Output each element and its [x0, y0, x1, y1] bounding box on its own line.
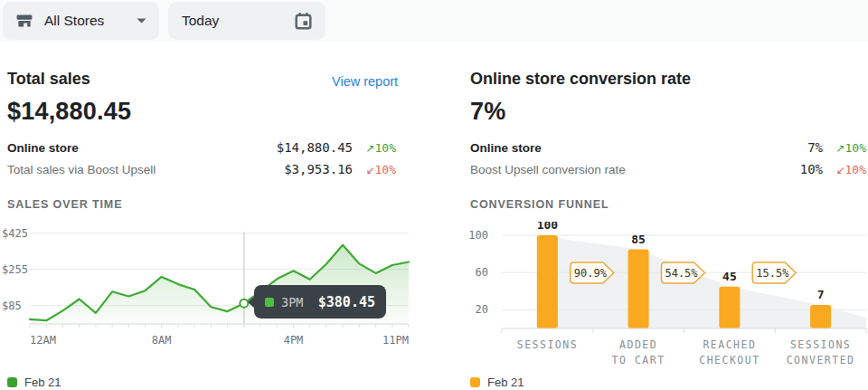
conversion-badge-value: 54.5% — [665, 267, 698, 280]
total-sales-value: $14,880.45 — [7, 98, 131, 126]
date-range-label: Today — [182, 13, 219, 29]
view-report-link[interactable]: View report — [332, 74, 398, 89]
funnel-category-label: CHECKOUT — [699, 354, 760, 366]
series-swatch-icon — [265, 298, 274, 307]
bar-value-label: 45 — [722, 270, 737, 283]
delta-percent: 10% — [845, 163, 866, 176]
funnel-bar[interactable] — [628, 250, 649, 329]
metric-value: 7% — [807, 140, 823, 155]
x-axis-label: 11PM — [382, 334, 409, 346]
metric-value: $14,880.45 — [277, 140, 353, 155]
bar-value-label: 85 — [631, 233, 646, 246]
store-selector-label: All Stores — [44, 13, 104, 29]
metric-value: $3,953.16 — [284, 162, 353, 176]
metric-delta: ↗10% — [353, 141, 396, 155]
hover-point — [240, 300, 248, 308]
top-filter-bar: All Stores Today — [0, 0, 868, 42]
metric-label: Total sales via Boost Upsell — [7, 163, 284, 176]
metric-row-online-store-sales: Online store $14,880.45 ↗10% — [7, 140, 396, 157]
metric-row-online-store-conversion: Online store 7% ↗10% — [470, 140, 866, 157]
funnel-legend: Feb 21 — [470, 376, 524, 389]
metric-row-boost-upsell-sales: Total sales via Boost Upsell $3,953.16 ↙… — [7, 162, 396, 178]
trend-up-icon: ↗ — [365, 142, 374, 155]
conversion-badge-value: 15.5% — [756, 267, 789, 280]
x-axis-label: 12AM — [30, 334, 56, 346]
tooltip-value: $380.45 — [318, 294, 375, 310]
metric-delta: ↙10% — [823, 163, 866, 176]
metric-delta: ↙10% — [353, 163, 396, 176]
conversion-rate-title: Online store conversion rate — [470, 70, 691, 89]
y-axis-label: $255 — [2, 263, 28, 276]
conversion-funnel-chart[interactable]: 10060201008545790.9%54.5%15.5%SESSIONSAD… — [463, 222, 868, 371]
y-axis-label: 60 — [476, 266, 488, 279]
conversion-funnel-heading: CONVERSION FUNNEL — [470, 198, 609, 211]
funnel-category-label: ADDED — [619, 338, 657, 351]
conversion-badge-value: 90.9% — [574, 267, 608, 280]
y-axis-label: $425 — [2, 227, 28, 240]
y-axis-label: $85 — [2, 300, 22, 312]
chart-tooltip: 3PM $380.45 — [254, 285, 386, 319]
funnel-bar[interactable] — [719, 287, 740, 328]
sales-over-time-heading: SALES OVER TIME — [7, 198, 122, 211]
metric-value: 10% — [800, 162, 823, 176]
legend-swatch-orange-icon — [470, 377, 480, 387]
delta-percent: 10% — [375, 163, 396, 176]
x-axis-label: 4PM — [284, 334, 304, 346]
metric-label: Online store — [7, 141, 277, 155]
x-axis-label: 8AM — [152, 334, 172, 346]
funnel-category-label: CONVERTED — [787, 354, 855, 366]
metric-label: Online store — [470, 141, 807, 155]
tooltip-time: 3PM — [281, 295, 303, 309]
metric-row-boost-upsell-conversion: Boost Upsell conversion rate 10% ↙10% — [470, 162, 866, 178]
delta-percent: 10% — [845, 141, 866, 155]
date-range-button[interactable]: Today — [168, 2, 326, 40]
legend-swatch-green-icon — [7, 377, 17, 387]
delta-percent: 10% — [375, 141, 396, 155]
calendar-icon — [294, 12, 313, 31]
funnel-bar[interactable] — [537, 235, 558, 328]
funnel-category-label: SESSIONS — [517, 338, 578, 351]
funnel-bar[interactable] — [810, 305, 831, 328]
trend-up-icon: ↗ — [835, 142, 844, 155]
bar-value-label: 7 — [817, 288, 825, 301]
store-selector-button[interactable]: All Stores — [3, 2, 159, 40]
sales-legend: Feb 21 — [7, 376, 61, 389]
bar-value-label: 100 — [537, 222, 559, 232]
legend-label: Feb 21 — [487, 376, 524, 389]
funnel-category-label: SESSIONS — [790, 338, 851, 351]
conversion-rate-value: 7% — [470, 98, 505, 126]
storefront-icon — [15, 12, 33, 30]
metric-label: Boost Upsell conversion rate — [470, 163, 800, 176]
y-axis-label: 20 — [476, 303, 488, 316]
legend-label: Feb 21 — [24, 376, 61, 389]
funnel-category-label: REACHED — [703, 338, 756, 351]
chevron-down-icon — [137, 18, 146, 24]
total-sales-title: Total sales — [7, 70, 90, 89]
funnel-category-label: TO CART — [612, 354, 665, 366]
trend-down-icon: ↙ — [365, 164, 374, 176]
y-axis-label: 100 — [468, 229, 488, 242]
trend-down-icon: ↙ — [835, 164, 844, 176]
metric-delta: ↗10% — [823, 141, 866, 155]
